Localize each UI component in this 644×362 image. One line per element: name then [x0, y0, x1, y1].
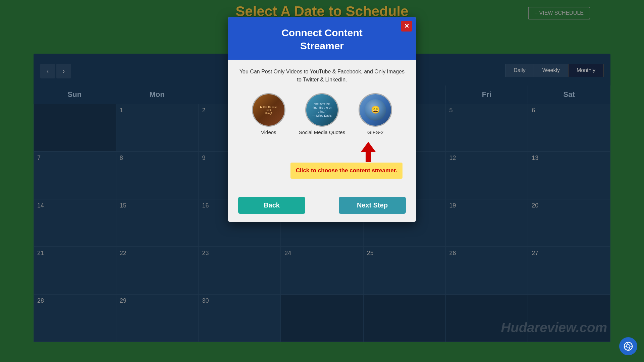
content-item-quotes[interactable]: "ne isn't thehing. It's the onthing."— M… [299, 93, 345, 135]
tooltip-area: Click to choose the content streamer. [238, 142, 406, 182]
content-item-videos[interactable]: ▶ this Debatethinkthing! Videos [252, 93, 285, 135]
modal-body: You Can Post Only Videos to YouTube & Fa… [228, 60, 416, 192]
content-items-row: ▶ this Debatethinkthing! Videos "ne isn'… [238, 93, 406, 135]
support-button[interactable] [619, 337, 637, 355]
gifs-label: GIFS-2 [367, 129, 383, 135]
quotes-thumbnail: "ne isn't thehing. It's the onthing."— M… [306, 94, 338, 126]
quotes-label: Social Media Quotes [299, 129, 345, 135]
connect-content-streamer-modal: Connect Content Streamer ✕ You Can Post … [228, 17, 416, 222]
quotes-circle[interactable]: "ne isn't thehing. It's the onthing."— M… [305, 93, 339, 127]
modal-header: Connect Content Streamer ✕ [228, 17, 416, 60]
modal-footer: Back Next Step Click here to continue. [228, 192, 416, 222]
videos-label: Videos [261, 129, 276, 135]
videos-thumbnail: ▶ this Debatethinkthing! [253, 94, 284, 126]
svg-point-3 [627, 345, 630, 348]
gifs-circle[interactable]: 😄 [359, 93, 392, 127]
videos-circle[interactable]: ▶ this Debatethinkthing! [252, 93, 285, 127]
back-button[interactable]: Back [238, 197, 305, 214]
svg-marker-0 [361, 142, 376, 162]
gifs-thumbnail: 😄 [360, 94, 391, 126]
content-item-gifs[interactable]: 😄 GIFS-2 [359, 93, 392, 135]
tooltip-choose-box: Click to choose the content streamer. [290, 163, 402, 179]
modal-info-text: You Can Post Only Videos to YouTube & Fa… [238, 68, 406, 84]
modal-title: Connect Content Streamer [235, 26, 409, 52]
support-icon [624, 342, 633, 351]
arrow-up-icon [361, 142, 376, 163]
tooltip-choose-text: Click to choose the content streamer. [296, 167, 397, 174]
next-step-button[interactable]: Next Step [339, 197, 406, 214]
modal-close-button[interactable]: ✕ [401, 21, 412, 32]
